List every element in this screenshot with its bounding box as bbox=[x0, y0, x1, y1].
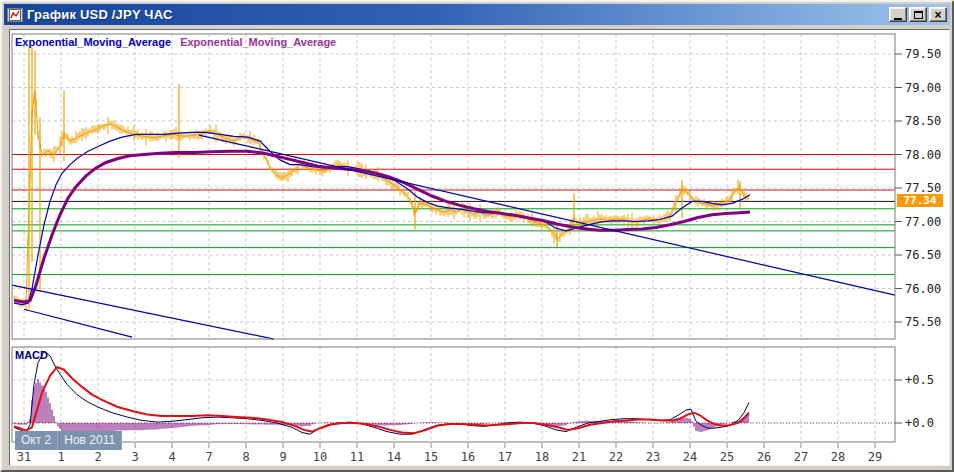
macd-label[interactable]: MACD bbox=[15, 349, 48, 361]
chart-client-area[interactable] bbox=[9, 29, 950, 466]
app-window: График USD /JPY ЧАС × 311234789101114151… bbox=[0, 0, 954, 472]
date-overlay-month: Нов 2011 bbox=[58, 431, 122, 450]
close-button[interactable]: × bbox=[929, 7, 947, 22]
current-price-tag: 77.34 bbox=[897, 194, 943, 207]
minimize-icon bbox=[894, 18, 902, 20]
maximize-button[interactable] bbox=[909, 7, 927, 22]
chart-window-icon bbox=[7, 8, 23, 22]
legend-ema-fast[interactable]: Exponential_Moving_Average bbox=[15, 36, 171, 48]
date-overlay-start: Окт 2 bbox=[15, 431, 58, 450]
window-title: График USD /JPY ЧАС bbox=[27, 7, 173, 22]
legend-ema-slow[interactable]: Exponential_Moving_Average bbox=[180, 36, 336, 48]
maximize-icon bbox=[914, 11, 923, 19]
minimize-button[interactable] bbox=[889, 7, 907, 22]
titlebar[interactable]: График USD /JPY ЧАС × bbox=[4, 4, 950, 25]
indicator-legend: Exponential_Moving_Average Exponential_M… bbox=[15, 36, 336, 48]
close-icon: × bbox=[934, 10, 941, 20]
date-overlay: Окт 2 Нов 2011 bbox=[15, 431, 122, 450]
